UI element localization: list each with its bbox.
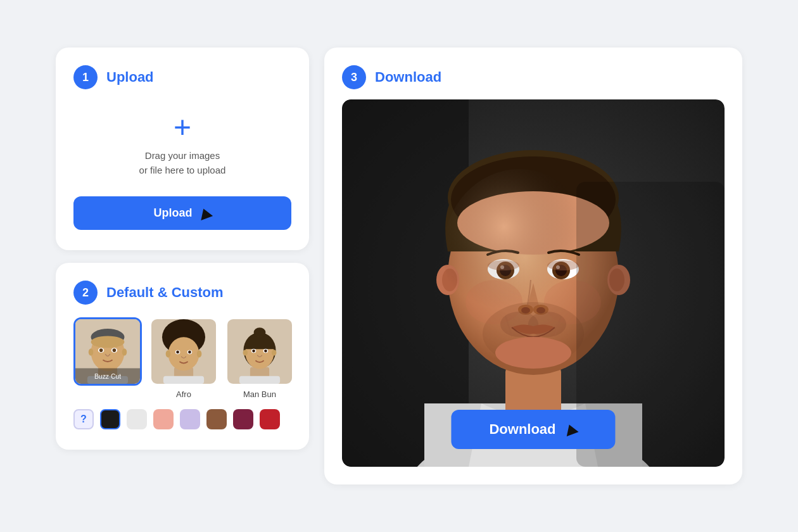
custom-card-header: 2 Default & Custom [73, 281, 291, 305]
upload-card-header: 1 Upload [73, 65, 291, 89]
download-card-title: Download [375, 69, 441, 86]
color-row: ? [73, 409, 291, 429]
svg-point-35 [243, 350, 248, 355]
download-button[interactable]: Download [451, 410, 615, 449]
svg-point-24 [197, 350, 202, 357]
left-column: 1 Upload + Drag your images or file here… [56, 48, 309, 450]
color-question-button[interactable]: ? [73, 409, 94, 429]
svg-point-18 [168, 337, 199, 370]
cursor-icon [197, 206, 212, 220]
svg-text:Buzz Cut: Buzz Cut [94, 373, 121, 380]
color-blush[interactable] [153, 409, 174, 429]
download-button-label: Download [489, 421, 555, 438]
download-cursor-icon [563, 422, 578, 436]
upload-card: 1 Upload + Drag your images or file here… [56, 48, 309, 250]
svg-rect-37 [239, 376, 280, 384]
afro-image [149, 317, 218, 386]
svg-point-9 [113, 348, 117, 352]
main-container: 1 Upload + Drag your images or file here… [30, 22, 768, 510]
plus-icon: + [174, 112, 191, 142]
color-red[interactable] [260, 409, 280, 429]
svg-point-22 [188, 351, 191, 354]
photo-container: Download [342, 99, 725, 467]
step-1-badge: 1 [73, 65, 98, 89]
svg-point-5 [91, 336, 125, 348]
color-black[interactable] [100, 409, 120, 429]
upload-button[interactable]: Upload [73, 196, 291, 230]
man-bun-image [225, 317, 294, 386]
color-white[interactable] [127, 409, 147, 429]
man-bun-label: Man Bun [243, 390, 276, 399]
afro-label: Afro [176, 390, 191, 399]
svg-point-36 [272, 350, 277, 355]
svg-point-72 [443, 169, 595, 334]
svg-point-29 [254, 327, 266, 337]
buzz-cut-image: Buzz Cut [73, 317, 142, 386]
svg-point-71 [495, 337, 571, 369]
svg-point-21 [176, 351, 179, 354]
upload-area[interactable]: + Drag your images or file here to uploa… [73, 102, 291, 190]
svg-point-11 [122, 348, 127, 355]
hairstyle-grid: Buzz Cut [73, 317, 291, 399]
upload-button-label: Upload [154, 206, 193, 220]
color-lavender[interactable] [180, 409, 200, 429]
svg-point-23 [166, 350, 171, 357]
svg-rect-25 [163, 376, 204, 384]
right-column: 3 Download [324, 48, 742, 484]
svg-point-33 [252, 350, 255, 353]
download-card: 3 Download [324, 48, 742, 484]
svg-point-10 [89, 348, 94, 355]
color-brown[interactable] [206, 409, 227, 429]
step-2-badge: 2 [73, 281, 98, 305]
download-card-header: 3 Download [342, 65, 725, 89]
step-3-badge: 3 [342, 65, 366, 89]
svg-point-8 [99, 348, 103, 352]
upload-card-title: Upload [106, 69, 154, 86]
custom-card-title: Default & Custom [106, 284, 224, 301]
hairstyle-man-bun[interactable]: Man Bun [225, 317, 294, 399]
upload-hint: Drag your images or file here to upload [139, 149, 226, 177]
svg-point-34 [264, 350, 267, 353]
color-burgundy[interactable] [233, 409, 253, 429]
custom-card: 2 Default & Custom [56, 263, 309, 450]
hairstyle-afro[interactable]: Afro [149, 317, 218, 399]
hairstyle-buzz-cut[interactable]: Buzz Cut [73, 317, 142, 399]
